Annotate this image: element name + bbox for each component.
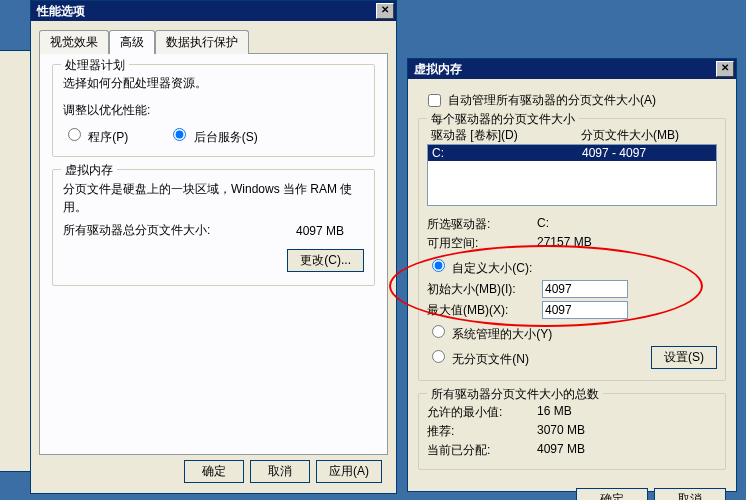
max-size-input[interactable]: [542, 301, 628, 319]
min-allowed-label: 允许的最小值:: [427, 404, 537, 421]
vm-title: 虚拟内存: [410, 61, 716, 78]
virtual-memory-dialog: 虚拟内存 ✕ 自动管理所有驱动器的分页文件大小(A) 每个驱动器的分页文件大小 …: [407, 58, 737, 492]
selected-drive-label: 所选驱动器:: [427, 216, 537, 233]
ok-button[interactable]: 确定: [184, 460, 244, 483]
group-legend: 虚拟内存: [61, 162, 117, 179]
vm-total-value: 4097 MB: [296, 224, 344, 238]
tab-visual-effects[interactable]: 视觉效果: [39, 30, 109, 54]
apply-button[interactable]: 应用(A): [316, 460, 382, 483]
col-drive-header: 驱动器 [卷标](D): [431, 127, 581, 144]
auto-manage-checkbox[interactable]: [428, 94, 441, 107]
col-size-header: 分页文件大小(MB): [581, 127, 713, 144]
radio-no-paging-file[interactable]: 无分页文件(N): [427, 347, 529, 368]
radio-programs[interactable]: 程序(P): [63, 125, 128, 146]
cancel-button[interactable]: 取消: [250, 460, 310, 483]
initial-size-input[interactable]: [542, 280, 628, 298]
max-size-label: 最大值(MB)(X):: [427, 302, 542, 319]
selected-drive-value: C:: [537, 216, 549, 233]
perf-titlebar[interactable]: 性能选项 ✕: [31, 1, 396, 21]
tab-dep[interactable]: 数据执行保护: [155, 30, 249, 54]
processor-scheduling-group: 处理器计划 选择如何分配处理器资源。 调整以优化性能: 程序(P) 后台服务(S…: [52, 64, 375, 157]
ok-button[interactable]: 确定: [576, 488, 648, 500]
vm-total-label: 所有驱动器总分页文件大小:: [63, 222, 210, 239]
auto-manage-label: 自动管理所有驱动器的分页文件大小(A): [448, 92, 656, 109]
processor-desc: 选择如何分配处理器资源。: [63, 75, 364, 92]
radio-background-services[interactable]: 后台服务(S): [168, 125, 257, 146]
group-legend: 每个驱动器的分页文件大小: [427, 111, 579, 128]
vm-desc: 分页文件是硬盘上的一块区域，Windows 当作 RAM 使用。: [63, 180, 364, 216]
currently-allocated-value: 4097 MB: [537, 442, 585, 459]
perf-options-window: 性能选项 ✕ 视觉效果 高级 数据执行保护 处理器计划 选择如何分配处理器资源。…: [30, 0, 397, 494]
cancel-button[interactable]: 取消: [654, 488, 726, 500]
virtual-memory-group: 虚拟内存 分页文件是硬盘上的一块区域，Windows 当作 RAM 使用。 所有…: [52, 169, 375, 286]
currently-allocated-label: 当前已分配:: [427, 442, 537, 459]
group-legend: 所有驱动器分页文件大小的总数: [427, 386, 603, 403]
set-button[interactable]: 设置(S): [651, 346, 717, 369]
drive-row-selected[interactable]: C: 4097 - 4097: [428, 145, 716, 161]
drive-list[interactable]: C: 4097 - 4097: [427, 144, 717, 206]
adjust-label: 调整以优化性能:: [63, 102, 364, 119]
recommended-label: 推荐:: [427, 423, 537, 440]
per-drive-group: 每个驱动器的分页文件大小 驱动器 [卷标](D) 分页文件大小(MB) C: 4…: [418, 118, 726, 381]
radio-system-managed[interactable]: 系统管理的大小(Y): [427, 327, 552, 341]
free-space-label: 可用空间:: [427, 235, 537, 252]
min-allowed-value: 16 MB: [537, 404, 572, 421]
free-space-value: 27157 MB: [537, 235, 592, 252]
group-legend: 处理器计划: [61, 57, 129, 74]
recommended-value: 3070 MB: [537, 423, 585, 440]
close-icon[interactable]: ✕: [716, 61, 734, 77]
totals-group: 所有驱动器分页文件大小的总数 允许的最小值:16 MB 推荐:3070 MB 当…: [418, 393, 726, 470]
close-icon[interactable]: ✕: [376, 3, 394, 19]
initial-size-label: 初始大小(MB)(I):: [427, 281, 542, 298]
change-button[interactable]: 更改(C)...: [287, 249, 364, 272]
vm-titlebar[interactable]: 虚拟内存 ✕: [408, 59, 736, 79]
perf-title: 性能选项: [33, 3, 376, 20]
tab-advanced[interactable]: 高级: [109, 30, 155, 54]
radio-custom-size[interactable]: 自定义大小(C):: [427, 261, 532, 275]
